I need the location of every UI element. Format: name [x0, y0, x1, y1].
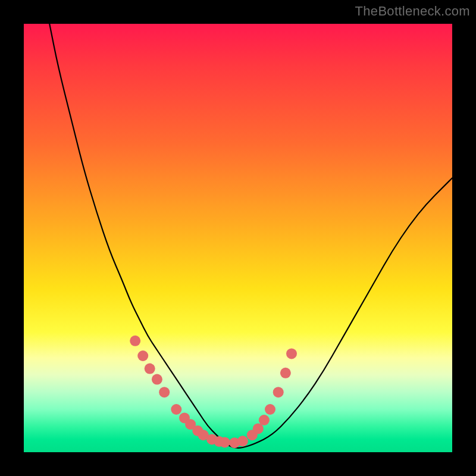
watermark-label: TheBottleneck.com [355, 4, 470, 19]
curve-marker [259, 415, 270, 425]
curve-marker [137, 350, 148, 361]
curve-marker [159, 387, 170, 397]
bottleneck-curve [24, 24, 452, 452]
curve-marker [265, 404, 275, 415]
chart-plot-area [24, 24, 452, 452]
curve-marker [130, 336, 140, 346]
curve-marker [286, 348, 297, 359]
curve-marker [171, 404, 181, 415]
chart-frame: TheBottleneck.com [0, 0, 476, 476]
curve-marker [145, 364, 155, 374]
curve-marker [220, 437, 230, 447]
curve-marker [152, 374, 162, 385]
curve-marker [280, 368, 291, 378]
curve-marker [273, 387, 284, 397]
curve-marker [237, 436, 248, 446]
